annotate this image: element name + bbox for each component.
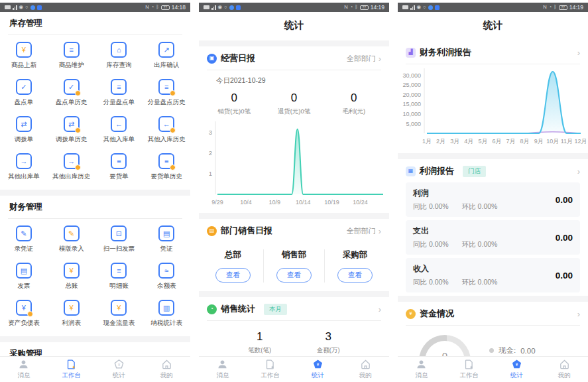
- app-item-label: 商品上新: [11, 61, 36, 70]
- section-business-daily[interactable]: ▣ 经营日报 全部部门 ›: [199, 46, 389, 70]
- tab-stats-pentagon[interactable]: ¥统计: [493, 357, 541, 382]
- app-item-detail-ledger[interactable]: ≡明细账: [95, 258, 143, 295]
- app-item-voucher[interactable]: ▤凭证: [143, 221, 190, 258]
- app-item-general-ledger[interactable]: ¥总账: [48, 258, 95, 295]
- view-button[interactable]: 查看: [337, 268, 373, 283]
- app-item-partial-stocktake[interactable]: ≡分量盘点单: [95, 74, 143, 111]
- icon-glyph: ⊡: [116, 230, 122, 237]
- svg-text:10月: 10月: [546, 138, 559, 145]
- bluetooth-icon: ᛒ: [355, 5, 358, 10]
- svg-text:4月: 4月: [464, 138, 473, 145]
- battery-icon: 77: [161, 5, 170, 10]
- section-title: 利润报告: [420, 165, 454, 177]
- template-entry-icon: ✎: [64, 225, 80, 241]
- app-item-label: 模版录入: [59, 245, 84, 253]
- profit-card-left: 利润同比 0.00%环比 0.00%: [413, 188, 497, 212]
- app-item-scan-invoice[interactable]: ⊡扫一扫发票: [95, 221, 143, 258]
- app-item-cash-flow[interactable]: ¥现金流量表: [95, 295, 143, 332]
- app-item-partial-stocktake-history[interactable]: ≡分量盘点历史: [143, 74, 190, 111]
- app-item-requisition[interactable]: ≡要货单: [95, 149, 143, 186]
- alarm-icon: ◔: [151, 5, 154, 10]
- app-item-stocktake[interactable]: ✓盘点单: [0, 74, 48, 111]
- tab-workbench-doc[interactable]: 工作台: [247, 357, 294, 382]
- app-item-label: 分量盘点历史: [148, 98, 186, 107]
- tab-profile-home[interactable]: 我的: [540, 357, 588, 382]
- app-notification-icon: [37, 5, 42, 10]
- chevron-right-icon: ›: [577, 309, 580, 319]
- app-item-transfer[interactable]: ⇄调拨单: [0, 111, 48, 149]
- signal-icon: [211, 5, 216, 10]
- profit-card-value: 0.00: [556, 195, 573, 205]
- app-item-label: 其他入库历史: [148, 135, 186, 144]
- battery-icon: 77: [559, 5, 567, 10]
- svg-text:12月: 12月: [574, 138, 587, 145]
- workbench-doc-icon: [265, 359, 276, 370]
- tab-profile-home[interactable]: 我的: [341, 357, 389, 382]
- tab-messages-person[interactable]: 消息: [0, 357, 48, 382]
- tab-messages-person[interactable]: 消息: [398, 357, 445, 382]
- department-filter[interactable]: 全部部门 ›: [347, 226, 381, 236]
- signal-icon: [13, 5, 17, 10]
- tab-profile-home[interactable]: 我的: [143, 357, 190, 382]
- app-item-label: 余额表: [157, 282, 176, 290]
- svg-text:2月: 2月: [436, 138, 445, 145]
- app-item-assets-liabilities[interactable]: ¥资产负债表: [0, 295, 48, 332]
- stats-pentagon-icon: ¥: [312, 359, 323, 370]
- svg-text:30,000: 30,000: [402, 72, 421, 79]
- icon-glyph: ≈: [164, 267, 168, 275]
- section-sales-stats[interactable]: ◔ 销售统计 本月 ›: [199, 297, 389, 320]
- stat-item: 0退货(元)0笔: [264, 92, 323, 116]
- svg-text:8月: 8月: [520, 138, 530, 145]
- app-item-profit-statement[interactable]: ¥利润表: [48, 295, 95, 332]
- app-item-label: 调拨单历史: [56, 135, 88, 144]
- section-profit-report[interactable]: ▦ 利润报告 门店 ›: [398, 159, 588, 182]
- app-item-template-entry[interactable]: ✎模版录入: [48, 221, 95, 258]
- section-dept-daily[interactable]: ▤ 部门销售日报 全部部门 ›: [199, 219, 389, 242]
- app-item-other-outbound-history[interactable]: →其他出库历史: [48, 149, 95, 186]
- view-button[interactable]: 查看: [276, 268, 312, 283]
- section-title: 库存管理: [0, 12, 190, 34]
- view-button[interactable]: 查看: [215, 268, 251, 283]
- app-item-product-new[interactable]: ¥商品上新: [0, 37, 48, 74]
- tab-messages-person[interactable]: 消息: [199, 357, 247, 382]
- profit-card: 利润同比 0.00%环比 0.00%0.00: [406, 182, 580, 217]
- app-item-product-maintain[interactable]: ≡商品维护: [48, 37, 95, 74]
- stat-value: 1: [225, 330, 294, 344]
- icon-glyph: ✓: [68, 84, 74, 91]
- app-item-other-inbound-history[interactable]: ←其他入库历史: [143, 111, 190, 149]
- app-item-balance-table[interactable]: ≈余额表: [143, 258, 190, 295]
- other-outbound-icon: →: [16, 153, 32, 169]
- app-grid: ✎录凭证✎模版录入⊡扫一扫发票▤凭证▤发票¥总账≡明细账≈余额表¥资产负债表¥利…: [0, 219, 190, 336]
- app-item-requisition-history[interactable]: ≡要货单历史: [143, 149, 190, 186]
- tab-stats-pentagon[interactable]: ¥统计: [95, 357, 143, 382]
- department-column: 采购部查看: [324, 249, 385, 283]
- app-item-transfer-history[interactable]: ⇄调拨单历史: [48, 111, 95, 149]
- data-saver-icon: ○: [224, 5, 227, 10]
- other-inbound-icon: ←: [111, 116, 127, 132]
- partial-stocktake-icon: ≡: [111, 79, 127, 95]
- app-item-tax-statistics[interactable]: ▥纳税统计表: [143, 295, 190, 332]
- profit-card: 收入同比 0.00%环比 0.00%0.00: [406, 258, 580, 292]
- app-item-inventory-search[interactable]: ⌂库存查询: [95, 37, 143, 74]
- app-item-invoice[interactable]: ▤发票: [0, 258, 48, 295]
- icon-glyph: ¥: [70, 304, 74, 312]
- tab-workbench-doc[interactable]: 工作台: [445, 357, 493, 382]
- app-item-other-outbound[interactable]: →其他出库单: [0, 149, 48, 186]
- tax-statistics-icon: ▥: [158, 300, 174, 316]
- section-divider: [0, 336, 190, 342]
- app-item-stocktake-history[interactable]: ✓盘点单历史: [48, 74, 95, 111]
- app-item-voucher-entry[interactable]: ✎录凭证: [0, 221, 48, 258]
- svg-text:2: 2: [209, 149, 212, 157]
- app-item-label: 出库确认: [154, 61, 179, 70]
- section-finance-report[interactable]: ▟ 财务利润报告 ›: [398, 40, 588, 64]
- tab-workbench-doc[interactable]: 工作台: [48, 357, 95, 382]
- app-item-outbound-confirm[interactable]: ↗出库确认: [143, 37, 190, 74]
- department-filter[interactable]: 全部部门 ›: [347, 54, 381, 64]
- department-column: 销售部查看: [263, 249, 324, 283]
- tab-stats-pentagon[interactable]: ¥统计: [294, 357, 342, 382]
- app-item-other-inbound[interactable]: ←其他入库单: [95, 111, 143, 149]
- clock-badge-icon: [170, 164, 176, 170]
- svg-text:10,000: 10,000: [402, 111, 421, 117]
- icon-glyph: ¥: [22, 304, 26, 312]
- section-funds[interactable]: ¥ 资金情况 ›: [398, 302, 588, 325]
